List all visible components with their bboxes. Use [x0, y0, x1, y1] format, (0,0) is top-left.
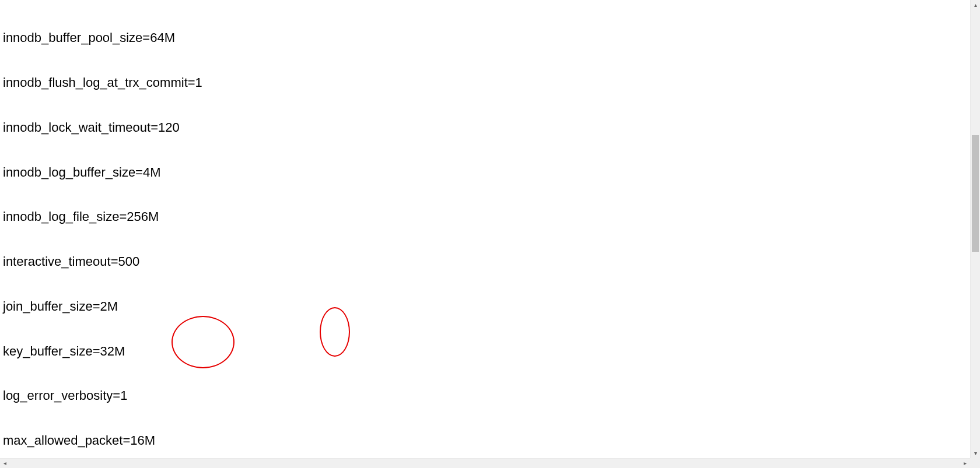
config-line[interactable]: innodb_log_file_size=256M	[3, 209, 967, 224]
horizontal-scrollbar[interactable]: ◂ ▸	[0, 458, 970, 468]
config-line[interactable]: innodb_lock_wait_timeout=120	[3, 120, 967, 135]
config-text[interactable]: innodb_buffer_pool_size=64M innodb_flush…	[0, 0, 970, 458]
vertical-scroll-thumb[interactable]	[972, 135, 979, 252]
config-line[interactable]: max_allowed_packet=16M	[3, 433, 967, 448]
horizontal-scroll-track[interactable]	[10, 459, 960, 468]
text-editor-viewport[interactable]: innodb_buffer_pool_size=64M innodb_flush…	[0, 0, 970, 458]
scroll-up-arrow-icon[interactable]: ▴	[971, 0, 980, 10]
config-line[interactable]: key_buffer_size=32M	[3, 344, 967, 359]
scroll-left-arrow-icon[interactable]: ◂	[0, 459, 10, 468]
config-line[interactable]: innodb_buffer_pool_size=64M	[3, 30, 967, 45]
scrollbar-corner	[970, 458, 980, 468]
config-line[interactable]: innodb_flush_log_at_trx_commit=1	[3, 75, 967, 90]
scroll-down-arrow-icon[interactable]: ▾	[971, 448, 980, 458]
annotation-layer	[0, 0, 22, 59]
annotation-circle-1	[172, 316, 235, 368]
config-line[interactable]: join_buffer_size=2M	[3, 299, 967, 314]
scroll-right-arrow-icon[interactable]: ▸	[960, 459, 970, 468]
vertical-scrollbar[interactable]: ▴ ▾	[970, 0, 980, 458]
config-line[interactable]: log_error_verbosity=1	[3, 388, 967, 403]
config-line[interactable]: innodb_log_buffer_size=4M	[3, 165, 967, 180]
vertical-scroll-track[interactable]	[971, 10, 980, 448]
config-line[interactable]: interactive_timeout=500	[3, 254, 967, 269]
